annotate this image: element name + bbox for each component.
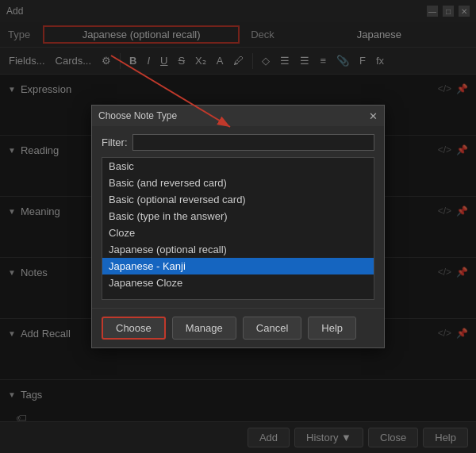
modal-title-bar: Choose Note Type ✕ [92, 106, 384, 126]
modal-help-button[interactable]: Help [308, 317, 356, 340]
choose-button[interactable]: Choose [102, 317, 166, 340]
modal-body: Filter: Basic Basic (and reversed card) … [92, 126, 384, 308]
filter-input[interactable] [132, 134, 375, 151]
modal-overlay: Choose Note Type ✕ Filter: Basic Basic (… [0, 0, 476, 453]
note-type-basic-type-answer[interactable]: Basic (type in the answer) [102, 208, 374, 225]
note-type-japanese-optional-recall[interactable]: Japanese (optional recall) [102, 241, 374, 258]
note-type-japanese-cloze[interactable]: Japanese Cloze [102, 274, 374, 291]
modal-close-button[interactable]: ✕ [369, 110, 378, 122]
filter-row: Filter: [102, 134, 374, 151]
filter-label: Filter: [102, 136, 128, 148]
note-type-list[interactable]: Basic Basic (and reversed card) Basic (o… [102, 157, 374, 300]
modal-footer: Choose Manage Cancel Help [92, 308, 384, 347]
note-type-cloze[interactable]: Cloze [102, 225, 374, 241]
choose-note-type-modal: Choose Note Type ✕ Filter: Basic Basic (… [91, 105, 385, 348]
note-type-basic-optional-reversed[interactable]: Basic (optional reversed card) [102, 191, 374, 208]
note-type-japanese-kanji[interactable]: Japanese - Kanji [102, 258, 374, 274]
note-type-basic[interactable]: Basic [102, 158, 374, 175]
cancel-button[interactable]: Cancel [243, 317, 301, 340]
note-type-basic-reversed[interactable]: Basic (and reversed card) [102, 175, 374, 191]
manage-button[interactable]: Manage [172, 317, 236, 340]
modal-title: Choose Note Type [98, 110, 177, 121]
